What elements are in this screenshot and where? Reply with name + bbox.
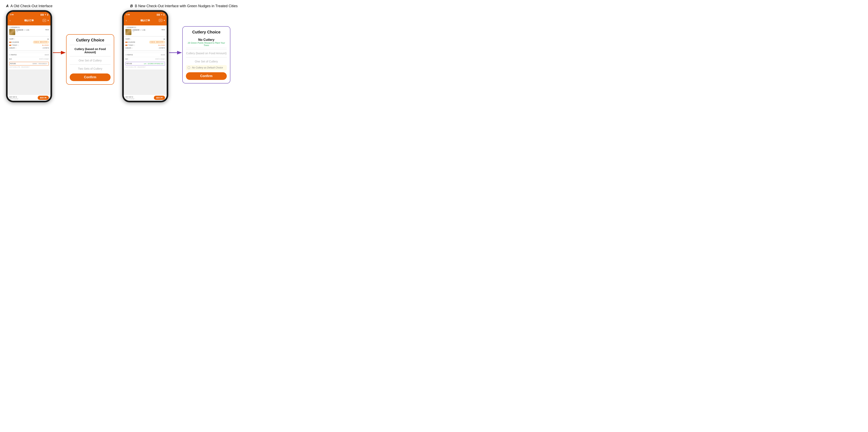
arrow-purple-container bbox=[168, 10, 182, 55]
panel-b-label: B B New Check-Out Interface with Green N… bbox=[130, 4, 254, 8]
default-choice-text: No Cutlery as Default Choice bbox=[192, 66, 223, 69]
submit-btn-b[interactable]: 提交订单 bbox=[154, 96, 165, 100]
popup-old-option1[interactable]: Cutlery (based on Food Amount) bbox=[70, 46, 111, 55]
time-a: 2:06 bbox=[10, 13, 13, 15]
menu-dots-b[interactable]: ••• bbox=[159, 19, 162, 22]
footer-total-b: 合计 ¥37.6 bbox=[125, 96, 135, 98]
cashback-label-b: 豆 下单返豆 ⓘ bbox=[125, 44, 135, 46]
popup-new: Cutlery Choice No Cutlery 16 Green Point… bbox=[182, 26, 230, 84]
promo-row-b: 优惠说明 ⓘ 小计¥37.6 bbox=[125, 47, 165, 49]
coupon-btn-a[interactable]: 未选红包，最高5元可用 > bbox=[33, 41, 49, 43]
battery-icon-a: ▐ bbox=[47, 14, 48, 15]
popup-new-title: Cutlery Choice bbox=[186, 30, 227, 34]
promo-row-a: 优惠说明 ⓘ 小计¥37.6 bbox=[9, 47, 49, 49]
order-section-a: 三米粥铺(嗨吃店) 皮蛋瘦肉粥（一人食） × 2 ¥33.6 bbox=[8, 26, 51, 36]
phone-body-a: 三米粥铺(嗨吃店) 皮蛋瘦肉粥（一人食） × 2 ¥33.6 bbox=[8, 24, 51, 95]
food-info-a: 皮蛋瘦肉粥（一人食） × 2 bbox=[16, 29, 44, 32]
popup-new-confirm[interactable]: Confirm bbox=[186, 72, 227, 80]
phone-body-b: 三米粥铺(嗨吃店) 皮蛋瘦肉粥（一人食） × 2 ¥33.6 bbox=[124, 24, 167, 95]
battery-icon-b: ▐ bbox=[163, 14, 164, 15]
phone-a: 2:06 ▌▌▌ ⌘ ▐ ‹ 确认订单 ••• ✕ bbox=[6, 10, 52, 102]
cashback-value-b: 返137吃货豆 bbox=[158, 44, 165, 46]
phone-a-screen: 2:06 ▌▌▌ ⌘ ▐ ‹ 确认订单 ••• ✕ bbox=[8, 12, 51, 101]
no-cutlery-label[interactable]: No Cutlery bbox=[186, 38, 227, 42]
wifi-icon-b: ⌘ bbox=[161, 14, 162, 15]
footer-info-a: 合计 ¥37.6 还有¥5红包未选 > bbox=[9, 96, 19, 100]
cutlery-row-b[interactable]: 餐具份数 ♻ ☯ ◌ 选无需餐具,得环保奖励 必选 > bbox=[125, 62, 165, 65]
note-row-b: 备注 请填写口味偏好 bbox=[125, 58, 165, 61]
header-actions-a: ••• ✕ bbox=[43, 19, 49, 22]
cutlery-row-a[interactable]: 餐具份数 需要餐具，商家依据量提供 > bbox=[9, 62, 49, 65]
food-price-a: ¥33.6 bbox=[45, 29, 49, 30]
cutlery-value-a: 需要餐具，商家依据量提供 > bbox=[32, 63, 48, 65]
food-info-b: 皮蛋瘦肉粥（一人食） × 2 bbox=[132, 29, 160, 32]
coupon-btn-b[interactable]: 未选红包，最高5元可用 > bbox=[149, 41, 165, 43]
phone-a-device: 2:06 ▌▌▌ ⌘ ▐ ‹ 确认订单 ••• ✕ bbox=[6, 10, 52, 102]
popup-old-option3[interactable]: Two Sets of Cutlery bbox=[70, 66, 111, 71]
food-price-b: ¥33.6 bbox=[161, 29, 165, 30]
promise-value-a: 极速退 bbox=[45, 54, 49, 56]
popup-old: Cutlery Choice Cutlery (based on Food Am… bbox=[66, 34, 114, 85]
promise-row-b: ◎ 商家承诺 极速退 bbox=[125, 54, 165, 56]
promo-label-b: 优惠说明 ⓘ bbox=[125, 47, 133, 49]
fees-section-b: 包装费 ⓘ ¥4 券 红包/抵用券 未选红包，最高5元可用 > bbox=[124, 37, 167, 51]
cutlery-value-b: ♻ ☯ ◌ 选无需餐具,得环保奖励 必选 > bbox=[144, 63, 164, 65]
phone-header-a: ‹ 确认订单 ••• ✕ bbox=[8, 18, 51, 24]
promise-label-b: ◎ 商家承诺 bbox=[125, 54, 133, 56]
back-button-b[interactable]: ‹ bbox=[126, 19, 127, 22]
note-placeholder-b[interactable]: 请填写口味偏好 bbox=[155, 58, 165, 60]
submit-btn-a[interactable]: 提交订单 bbox=[38, 96, 49, 100]
food-name-b: 皮蛋瘦肉粥（一人食） bbox=[132, 29, 160, 31]
popup-new-option2[interactable]: One Set of Cutlery bbox=[186, 59, 227, 64]
green-reward-label: 16 Green Points Reward to Plant Your Tre… bbox=[186, 42, 227, 46]
close-button-b[interactable]: ✕ bbox=[163, 20, 165, 22]
popup-old-title: Cutlery Choice bbox=[70, 38, 111, 42]
promo-label-a: 优惠说明 ⓘ bbox=[9, 47, 17, 49]
popup-old-option2[interactable]: One Set of Cutlery bbox=[70, 58, 111, 63]
status-icons-b: ▌▌▌ ⌘ ▐ bbox=[157, 14, 164, 15]
popup-old-divider3 bbox=[70, 64, 111, 65]
food-item-b: 皮蛋瘦肉粥（一人食） × 2 ¥33.6 bbox=[125, 29, 165, 35]
food-thumb-inner-a bbox=[9, 29, 15, 35]
phone-footer-a: 合计 ¥37.6 还有¥5红包未选 > 提交订单 bbox=[8, 95, 51, 101]
note-placeholder-a[interactable]: 请填写口味偏好 bbox=[39, 58, 49, 60]
back-button-a[interactable]: ‹ bbox=[10, 19, 11, 22]
order-section-b: 三米粥铺(嗨吃店) 皮蛋瘦肉粥（一人食） × 2 ¥33.6 bbox=[124, 26, 167, 36]
promise-row-a: ◎ 商家承诺 极速退 bbox=[9, 54, 49, 56]
wifi-icon-a: ⌘ bbox=[45, 14, 46, 15]
radio-circle bbox=[187, 66, 190, 69]
invoice-row-b: 该店不支持线上开票，请电话联系商户 bbox=[125, 66, 165, 68]
no-cutlery-section: No Cutlery 16 Green Points Reward to Pla… bbox=[186, 37, 227, 48]
promo-value-b: 小计¥37.6 bbox=[159, 47, 165, 49]
status-bar-b: 2:06 ▌▌▌ ⌘ ▐ bbox=[124, 12, 167, 18]
store-name-a: 三米粥铺(嗨吃店) bbox=[9, 26, 49, 28]
promo-value-a: 小计¥37.6 bbox=[42, 47, 49, 49]
packaging-label-b: 包装费 ⓘ bbox=[125, 38, 131, 40]
header-title-b: 确认订单 bbox=[141, 19, 150, 22]
store-name-b: 三米粥铺(嗨吃店) bbox=[125, 26, 165, 28]
coupon-label-b: 券 红包/抵用券 bbox=[125, 41, 135, 43]
food-thumb-b bbox=[125, 29, 131, 35]
popup-old-confirm[interactable]: Confirm bbox=[70, 73, 111, 81]
promise-label-a: ◎ 商家承诺 bbox=[9, 54, 17, 56]
note-label-a: 备注 bbox=[9, 58, 12, 60]
header-title-a: 确认订单 bbox=[24, 19, 34, 22]
signal-icon-b: ▌▌▌ bbox=[157, 14, 160, 15]
menu-dots-a[interactable]: ••• bbox=[43, 19, 46, 22]
header-actions-b: ••• ✕ bbox=[159, 19, 165, 22]
coupon-label-a: 券 红包/抵用券 bbox=[9, 41, 19, 43]
popup-new-option1[interactable]: Cutlery (based on Food Amount) bbox=[186, 51, 227, 56]
phone-b: 2:06 ▌▌▌ ⌘ ▐ ‹ 确认订单 ••• ✕ bbox=[122, 10, 168, 102]
packaging-label-a: 包装费 ⓘ bbox=[9, 38, 15, 40]
promise-value-b: 极速退 bbox=[161, 54, 165, 56]
food-count-a: × 2 bbox=[16, 31, 44, 32]
close-button-a[interactable]: ✕ bbox=[47, 20, 49, 22]
details-section-a: ◎ 商家承诺 极速退 备注 请填写口味偏好 餐具份数 需要餐 bbox=[8, 51, 51, 69]
cashback-row-b: 豆 下单返豆 ⓘ 返137吃货豆 bbox=[125, 44, 165, 47]
coupon-row-b: 券 红包/抵用券 未选红包，最高5元可用 > bbox=[125, 40, 165, 44]
packaging-price-b: ¥4 bbox=[163, 38, 165, 40]
cashback-label-a: 豆 下单返豆 ⓘ bbox=[9, 44, 19, 46]
phone-footer-b: 合计 ¥37.6 还有¥5红包未选 > 提交订单 bbox=[124, 95, 167, 101]
cutlery-label-a: 餐具份数 bbox=[10, 63, 16, 65]
packaging-row-a: 包装费 ⓘ ¥4 bbox=[9, 38, 49, 40]
